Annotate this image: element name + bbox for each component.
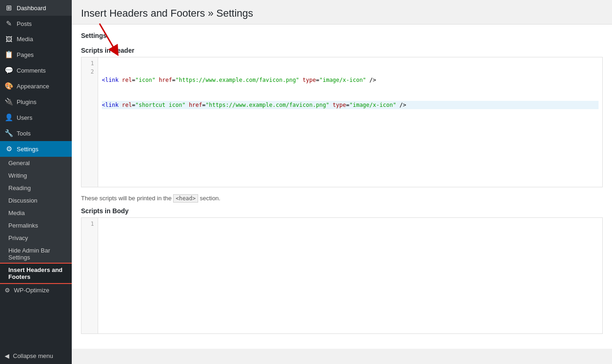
collapse-label: Collapse menu <box>13 352 53 359</box>
sidebar-item-appearance[interactable]: 🎨 Appearance <box>0 78 72 94</box>
body-line-num-1: 1 <box>85 220 94 228</box>
dashboard-icon: ⊞ <box>5 4 13 12</box>
scripts-in-body-section: Scripts in Body 1 <box>81 207 603 334</box>
settings-heading: Settings <box>81 32 603 39</box>
body-line-numbers: 1 <box>81 218 98 333</box>
sidebar-item-label: Users <box>17 114 32 121</box>
posts-icon: ✎ <box>5 19 13 28</box>
main-content: Insert Headers and Footers » Settings Se… <box>72 0 612 364</box>
sidebar-item-label: Pages <box>17 51 34 58</box>
page-header: Insert Headers and Footers » Settings <box>72 0 612 25</box>
submenu-privacy[interactable]: Privacy <box>0 232 72 244</box>
sidebar-item-label: Dashboard <box>17 5 46 12</box>
submenu-hide-admin-bar[interactable]: Hide Admin Bar Settings <box>0 244 72 264</box>
users-icon: 👤 <box>5 113 13 122</box>
submenu-general[interactable]: General <box>0 157 72 169</box>
collapse-icon: ◀ <box>5 352 9 359</box>
plugins-icon: 🔌 <box>5 98 13 106</box>
appearance-icon: 🎨 <box>5 82 13 90</box>
header-code-editor[interactable]: 1 2 <link rel="icon" href="https://www.e… <box>81 57 603 187</box>
code-line-1: <link rel="icon" href="https://www.examp… <box>102 76 599 84</box>
settings-content: Settings Scripts in Header 1 2 <box>72 25 612 349</box>
collapse-menu-button[interactable]: ◀ Collapse menu <box>0 348 72 364</box>
sidebar-item-label: Posts <box>17 20 32 27</box>
sidebar-item-pages[interactable]: 📋 Pages <box>0 47 72 62</box>
sidebar-item-media[interactable]: 🖼 Media <box>0 31 72 47</box>
head-tag-code: <head> <box>173 194 198 203</box>
sidebar-item-label: Media <box>17 36 33 43</box>
wp-optimize-icon: ⚙ <box>5 287 10 294</box>
scripts-in-header-section: Scripts in Header 1 2 <link rel="icon" h… <box>81 47 603 187</box>
sidebar-item-label: Settings <box>17 146 38 153</box>
body-code-editor[interactable]: 1 <box>81 217 603 334</box>
sidebar-item-wp-optimize[interactable]: ⚙ WP-Optimize <box>0 283 72 297</box>
code-line-2: <link rel="shortcut icon" href="https://… <box>102 101 599 109</box>
tools-icon: 🔧 <box>5 129 13 137</box>
submenu-media[interactable]: Media <box>0 207 72 219</box>
head-desc-after: section. <box>198 195 220 202</box>
sidebar: ⊞ Dashboard ✎ Posts 🖼 Media 📋 Pages 💬 Co… <box>0 0 72 364</box>
scripts-in-body-label: Scripts in Body <box>81 207 603 215</box>
sidebar-item-tools[interactable]: 🔧 Tools <box>0 125 72 141</box>
sidebar-item-posts[interactable]: ✎ Posts <box>0 16 72 31</box>
submenu-discussion[interactable]: Discussion <box>0 194 72 207</box>
line-num-2: 2 <box>85 68 94 76</box>
sidebar-item-label: Plugins <box>17 99 37 105</box>
media-icon: 🖼 <box>5 35 13 43</box>
comments-icon: 💬 <box>5 66 13 74</box>
header-code-content[interactable]: <link rel="icon" href="https://www.examp… <box>98 57 602 187</box>
scripts-in-header-label: Scripts in Header <box>81 47 603 54</box>
settings-submenu: General Writing Reading Discussion Media… <box>0 157 72 283</box>
settings-icon: ⚙ <box>5 145 13 153</box>
page-title: Insert Headers and Footers » Settings <box>81 7 603 19</box>
sidebar-item-settings[interactable]: ⚙ Settings <box>0 141 72 157</box>
head-description: These scripts will be printed in the <he… <box>81 195 603 202</box>
head-desc-before: These scripts will be printed in the <box>81 195 173 202</box>
sidebar-item-plugins[interactable]: 🔌 Plugins <box>0 94 72 110</box>
submenu-reading[interactable]: Reading <box>0 182 72 194</box>
body-code-line-1 <box>102 236 599 245</box>
submenu-writing[interactable]: Writing <box>0 169 72 182</box>
sidebar-item-label: Comments <box>17 67 46 74</box>
sidebar-item-label: Appearance <box>17 83 49 90</box>
submenu-insert-headers-footers[interactable]: Insert Headers and Footers <box>0 264 72 283</box>
body-code-content[interactable] <box>98 218 602 333</box>
sidebar-item-comments[interactable]: 💬 Comments <box>0 62 72 78</box>
wp-optimize-label: WP-Optimize <box>14 287 50 294</box>
sidebar-item-label: Tools <box>17 130 31 137</box>
line-num-1: 1 <box>85 59 94 68</box>
sidebar-item-users[interactable]: 👤 Users <box>0 110 72 125</box>
pages-icon: 📋 <box>5 50 13 59</box>
header-line-numbers: 1 2 <box>81 57 98 187</box>
submenu-permalinks[interactable]: Permalinks <box>0 219 72 232</box>
sidebar-item-dashboard[interactable]: ⊞ Dashboard <box>0 0 72 16</box>
